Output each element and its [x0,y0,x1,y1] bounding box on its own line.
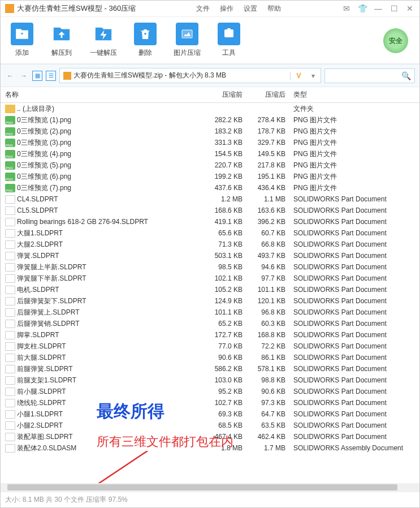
file-size-after: 96.8 KB [248,307,293,317]
file-row[interactable]: 前腿弹簧.SLDPRT586.2 KB578.1 KBSOLIDWORKS Pa… [1,363,419,374]
address-suffix: V [290,72,307,80]
file-name: 大腿1.SLDPRT [17,228,203,238]
file-icon [5,297,15,305]
scrollbar-thumb[interactable] [7,484,397,490]
delete-label: 删除 [138,48,152,58]
svg-rect-4 [224,29,233,37]
dropdown-icon[interactable]: ▾ [309,72,317,80]
feedback-icon[interactable]: ✉ [341,4,352,13]
minimize-button[interactable]: — [373,4,383,13]
statusbar: 大小: 8.1 MB 共 30 个文件 压缩率 97.5% [1,492,419,507]
file-name: 小腿1.SLDPRT [17,409,203,419]
address-input[interactable]: 大赛仿生青蛙三维SW模型.zip - 解包大小为 8.3 MB V ▾ [59,68,321,83]
file-row[interactable]: 0三维预览 (3).png331.3 KB329.7 KBPNG 图片文件 [1,137,419,148]
col-after[interactable]: 压缩后 [248,90,293,100]
file-type: PNG 图片文件 [293,126,415,136]
file-row[interactable]: 电机.SLDPRT105.2 KB101.1 KBSOLIDWORKS Part… [1,284,419,295]
add-button[interactable]: 添加 [11,23,33,58]
file-row[interactable]: 前大腿.SLDPRT90.6 KB86.1 KBSOLIDWORKS Part … [1,352,419,363]
file-type: SOLIDWORKS Part Document [293,262,415,272]
file-size-after: 97.7 KB [248,273,293,283]
file-row[interactable]: 装配草图.SLDPRT467.4 KB462.4 KBSOLIDWORKS Pa… [1,431,419,442]
back-button[interactable]: ← [5,71,15,81]
maximize-button[interactable]: ☐ [389,4,399,13]
file-row[interactable]: 装配体2.0.SLDASM1.8 MB1.7 MBSOLIDWORKS Asse… [1,442,419,454]
file-size-before: 467.4 KB [203,432,248,442]
file-type: SOLIDWORKS Part Document [293,432,415,442]
view-list-button[interactable]: ☰ [46,71,56,81]
file-name: 后腿弹簧销.SLDPRT [17,318,203,329]
file-row[interactable]: 小腿1.SLDPRT69.3 KB64.7 KBSOLIDWORKS Part … [1,408,419,420]
file-size-before: 124.9 KB [203,296,248,306]
file-icon [5,206,15,215]
extract-to-button[interactable]: 解压到 [50,23,73,58]
file-name: 0三维预览 (7).png [17,183,203,193]
file-size-before: 282.2 KB [203,115,248,125]
image-compress-button[interactable]: 图片压缩 [174,23,201,58]
delete-button[interactable]: 删除 [134,23,157,58]
file-icon [5,139,15,147]
file-row[interactable]: 0三维预览 (6).png199.2 KB195.1 KBPNG 图片文件 [1,171,419,182]
file-row[interactable]: 大腿2.SLDPRT71.3 KB66.8 KBSOLIDWORKS Part … [1,239,419,250]
file-row[interactable]: 弹簧腿上半新.SLDPRT98.5 KB94.6 KBSOLIDWORKS Pa… [1,261,419,273]
close-button[interactable]: ✕ [405,4,415,13]
file-row[interactable]: 0三维预览 (1).png282.2 KB278.4 KBPNG 图片文件 [1,114,419,126]
file-icon [5,388,15,396]
file-row[interactable]: 前腿支架1.SLDPRT103.0 KB98.8 KBSOLIDWORKS Pa… [1,374,419,386]
menu-help[interactable]: 帮助 [267,4,281,14]
file-name: 后腿弹簧上.SLDPRT [17,307,203,317]
file-row[interactable]: 前小腿.SLDPRT95.2 KB90.6 KBSOLIDWORKS Part … [1,386,419,397]
svg-rect-2 [182,30,192,38]
file-row[interactable]: 0三维预览 (7).png437.6 KB436.4 KBPNG 图片文件 [1,182,419,193]
file-size-after: 1.1 MB [248,194,293,204]
file-row[interactable]: 0三维预览 (5).png220.7 KB217.8 KBPNG 图片文件 [1,160,419,171]
view-details-button[interactable]: ▦ [32,71,42,81]
file-icon [5,365,15,373]
file-name: 前大腿.SLDPRT [17,352,203,363]
window-controls: ✉ 👕 — ☐ ✕ [341,4,415,13]
file-size-before: 65.6 KB [203,228,248,238]
one-click-extract-button[interactable]: 一键解压 [90,23,117,58]
file-row[interactable]: .. (上级目录)文件夹 [1,103,419,114]
skin-icon[interactable]: 👕 [357,4,367,13]
file-row[interactable]: 0三维预览 (2).png183.2 KB178.7 KBPNG 图片文件 [1,126,419,137]
file-size-after: 98.8 KB [248,375,293,385]
horizontal-scrollbar[interactable] [1,483,419,492]
file-size-before: 101.1 KB [203,307,248,317]
file-size-before: 71.3 KB [203,239,248,249]
file-row[interactable]: 脚支柱.SLDPRT77.0 KB72.2 KBSOLIDWORKS Part … [1,341,419,352]
menu-file[interactable]: 文件 [196,4,210,14]
file-row[interactable]: 脚掌.SLDPRT172.7 KB168.8 KBSOLIDWORKS Part… [1,329,419,341]
file-row[interactable]: 绕线轮.SLDPRT102.7 KB97.3 KBSOLIDWORKS Part… [1,397,419,408]
file-size-before: 172.7 KB [203,330,248,340]
file-size-after: 72.2 KB [248,341,293,351]
menu-settings[interactable]: 设置 [244,4,257,14]
file-row[interactable]: 弹簧腿下半新.SLDPRT102.1 KB97.7 KBSOLIDWORKS P… [1,273,419,284]
file-row[interactable]: 大腿1.SLDPRT65.6 KB60.7 KBSOLIDWORKS Part … [1,227,419,239]
file-row[interactable]: Rolling bearings 618-2 GB 276-94.SLDPRT4… [1,216,419,227]
file-size-before: 90.6 KB [203,352,248,363]
tools-button[interactable]: 工具 [218,23,240,58]
file-row[interactable]: CL4.SLDPRT1.2 MB1.1 MBSOLIDWORKS Part Do… [1,193,419,205]
file-row[interactable]: 小腿2.SLDPRT68.5 KB63.5 KBSOLIDWORKS Part … [1,420,419,431]
file-size-before: 586.2 KB [203,364,248,374]
file-name: 绕线轮.SLDPRT [17,398,203,408]
file-row[interactable]: CL5.SLDPRT168.6 KB163.6 KBSOLIDWORKS Par… [1,205,419,216]
file-type: SOLIDWORKS Part Document [293,285,415,295]
col-before[interactable]: 压缩前 [203,90,248,100]
file-row[interactable]: 后腿弹簧销.SLDPRT65.2 KB60.3 KBSOLIDWORKS Par… [1,318,419,329]
file-row[interactable]: 后腿弹簧上.SLDPRT101.1 KB96.8 KBSOLIDWORKS Pa… [1,307,419,318]
file-size-after: 97.3 KB [248,398,293,408]
menu-operate[interactable]: 操作 [220,4,233,14]
search-input[interactable]: 🔍 [324,68,415,83]
file-row[interactable]: 后腿弹簧架下.SLDPRT124.9 KB120.1 KBSOLIDWORKS … [1,295,419,307]
file-name: 前腿支架1.SLDPRT [17,375,203,385]
file-row[interactable]: 弹簧.SLDPRT503.1 KB493.7 KBSOLIDWORKS Part… [1,250,419,261]
col-name[interactable]: 名称 [5,90,203,100]
file-row[interactable]: 0三维预览 (4).png154.5 KB149.5 KBPNG 图片文件 [1,148,419,160]
file-icon [5,342,15,351]
col-type[interactable]: 类型 [293,90,415,100]
file-icon [5,410,15,419]
forward-button[interactable]: → [19,71,29,81]
file-name: 0三维预览 (1).png [17,115,203,125]
